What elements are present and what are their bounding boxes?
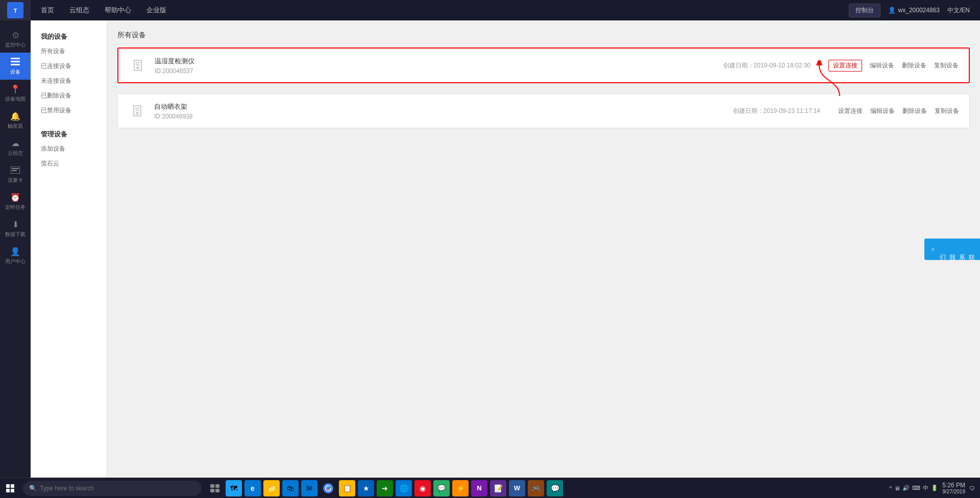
- taskbar-clock[interactable]: 5:26 PM 9/27/2019: [942, 482, 965, 494]
- notes-icon[interactable]: 📝: [490, 480, 506, 496]
- search-input[interactable]: [40, 485, 195, 492]
- mail-icon[interactable]: ✉: [301, 480, 317, 496]
- edge-icon[interactable]: e: [244, 480, 261, 496]
- device-icon-1: [129, 56, 147, 75]
- nav-links: 首页 云组态 帮助中心 企业版: [31, 6, 849, 15]
- favorites-icon[interactable]: ★: [358, 480, 374, 496]
- device-icon-2: [128, 102, 146, 120]
- language-switch[interactable]: 中文/EN: [947, 6, 970, 15]
- sidebar-item-devices[interactable]: 设备: [0, 53, 31, 80]
- user-icon: 👤: [10, 246, 20, 256]
- red-app-icon[interactable]: ◉: [414, 480, 431, 496]
- cloud-label: 云组态: [8, 150, 23, 157]
- nav-help[interactable]: 帮助中心: [105, 6, 131, 15]
- search-icon: 🔍: [29, 485, 37, 492]
- copy-device-button-2[interactable]: 复制设备: [935, 107, 959, 115]
- svg-rect-21: [210, 489, 214, 492]
- svg-rect-19: [210, 484, 214, 488]
- tray-battery: 🔋: [931, 485, 938, 491]
- sidebar-item-monitor[interactable]: ⊙ 监控中心: [0, 26, 31, 53]
- sidebar-item-map[interactable]: 📍 设备地图: [0, 80, 31, 107]
- onenote-icon[interactable]: N: [471, 480, 487, 496]
- devices-label: 设备: [10, 68, 20, 76]
- device-actions-2: 设置连接 编辑设备 删除设备 复制设备: [838, 107, 959, 115]
- menu-unconnected-devices[interactable]: 未连接设备: [31, 74, 107, 88]
- sidebar-item-scheduled[interactable]: ⏰ 定时任务: [0, 188, 31, 215]
- device-date-2: 创建日期：2019-09-23 11:17:14: [733, 107, 820, 115]
- task-view-icon[interactable]: [207, 480, 223, 496]
- menu-connected-devices[interactable]: 已连接设备: [31, 59, 107, 74]
- page-title: 所有设备: [117, 31, 970, 40]
- contact-tab[interactable]: 联 系 我 们 ＜: [924, 239, 980, 260]
- nav-home[interactable]: 首页: [41, 6, 54, 15]
- teal-app-icon[interactable]: 💬: [547, 480, 563, 496]
- orange-app-icon[interactable]: ⚡: [452, 480, 469, 496]
- system-tray: ^ 🖥 🔊 ⌨ 中 🔋: [889, 484, 938, 492]
- notification-icon[interactable]: 🗨: [969, 485, 975, 491]
- menu-deleted-devices[interactable]: 已删除设备: [31, 88, 107, 103]
- sticky-notes-icon[interactable]: 📋: [339, 480, 355, 496]
- start-button[interactable]: [0, 478, 20, 499]
- user-label: 用户中心: [5, 258, 26, 265]
- main-content: 所有设备 温湿度检测仪 ID:200046537 创建日期：2019-09-10…: [107, 20, 980, 478]
- maps-icon[interactable]: 🗺: [226, 480, 242, 496]
- tray-network[interactable]: 🖥: [894, 485, 900, 491]
- file-explorer-icon[interactable]: 📁: [263, 480, 280, 496]
- map-label: 设备地图: [5, 96, 26, 103]
- user-info: 👤 wx_200024863: [888, 7, 940, 14]
- scheduled-label: 定时任务: [5, 204, 26, 211]
- svg-rect-17: [6, 489, 10, 492]
- svg-rect-20: [215, 484, 219, 488]
- menu-all-devices[interactable]: 所有设备: [31, 44, 107, 59]
- wechat-icon[interactable]: 💬: [433, 480, 450, 496]
- nav-cloud[interactable]: 云组态: [69, 6, 89, 15]
- tray-lang[interactable]: 中: [923, 484, 928, 492]
- copy-device-button-1[interactable]: 复制设备: [934, 61, 959, 70]
- clock-date: 9/27/2019: [942, 489, 965, 494]
- green-app-icon[interactable]: ➜: [377, 480, 393, 496]
- device-info-1: 温湿度检测仪 ID:200046537: [155, 57, 705, 75]
- scheduled-icon: ⏰: [10, 192, 20, 202]
- download-label: 数据下载: [5, 231, 26, 238]
- store-icon[interactable]: 🛍: [282, 480, 299, 496]
- tray-chevron[interactable]: ^: [889, 485, 892, 491]
- flowcard-icon: [10, 165, 20, 175]
- svg-rect-18: [11, 489, 14, 492]
- nav-enterprise[interactable]: 企业版: [146, 6, 166, 15]
- sidebar-item-user[interactable]: 👤 用户中心: [0, 242, 31, 269]
- delete-device-button-2[interactable]: 删除设备: [902, 107, 927, 115]
- tray-volume[interactable]: 🔊: [902, 485, 910, 491]
- chrome-icon[interactable]: [320, 480, 336, 496]
- monitor-icon: ⊙: [10, 30, 20, 40]
- manage-devices-title: 管理设备: [31, 126, 107, 141]
- device-info-2: 自动晒衣架 ID:200046938: [154, 102, 715, 120]
- sidebar-item-flowcard[interactable]: 流量卡: [0, 161, 31, 188]
- sidebar-item-cloud[interactable]: ☁ 云组态: [0, 134, 31, 161]
- word-icon[interactable]: W: [509, 480, 525, 496]
- browser-icon[interactable]: 🌐: [396, 480, 412, 496]
- edit-device-button-1[interactable]: 编辑设备: [870, 61, 894, 70]
- taskbar-search-box[interactable]: 🔍: [23, 481, 202, 496]
- contact-arrow: ＜: [928, 246, 937, 252]
- svg-rect-4: [11, 64, 20, 65]
- control-console-button[interactable]: 控制台: [849, 4, 880, 17]
- svg-point-10: [137, 67, 139, 69]
- edit-device-button-2[interactable]: 编辑设备: [870, 107, 895, 115]
- svg-rect-2: [11, 58, 20, 59]
- svg-point-14: [136, 112, 138, 114]
- menu-add-device[interactable]: 添加设备: [31, 141, 107, 156]
- setup-connection-button-2[interactable]: 设置连接: [838, 107, 863, 115]
- delete-device-button-1[interactable]: 删除设备: [902, 61, 926, 70]
- sidebar-item-download[interactable]: ⬇ 数据下载: [0, 215, 31, 242]
- logo: T: [0, 0, 31, 20]
- map-icon: 📍: [10, 84, 20, 94]
- sidebar-item-trigger[interactable]: 🔔 触发器: [0, 107, 31, 134]
- trigger-icon: 🔔: [10, 111, 20, 121]
- monitor-label: 监控中心: [5, 41, 26, 49]
- menu-yingshi-cloud[interactable]: 萤石云: [31, 156, 107, 171]
- taskbar-apps: 🗺 e 📁 🛍 ✉: [204, 480, 889, 496]
- brown-app-icon[interactable]: 🎮: [528, 480, 544, 496]
- flowcard-label: 流量卡: [8, 177, 23, 184]
- cloud-icon: ☁: [10, 138, 20, 148]
- menu-disabled-devices[interactable]: 已禁用设备: [31, 103, 107, 118]
